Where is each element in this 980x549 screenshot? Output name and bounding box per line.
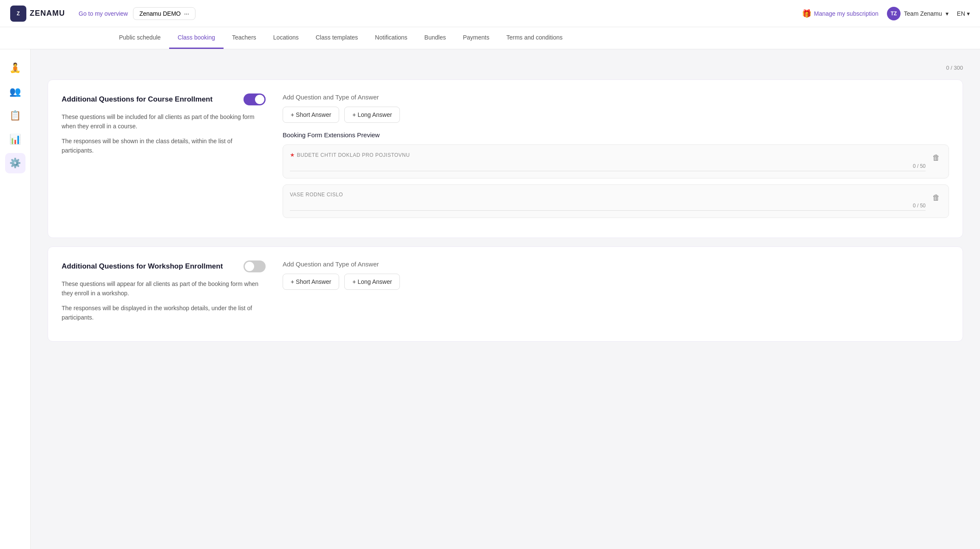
main-content: 0 / 300 Additional Questions for Course … (31, 54, 980, 549)
field-2-delete-btn[interactable]: 🗑 (931, 192, 942, 204)
course-preview-label: Booking Form Extensions Preview (283, 131, 949, 139)
nav-tab-locations[interactable]: Locations (265, 27, 307, 49)
sidebar: 📅🧘👥📋📊⚙️ (0, 27, 31, 549)
field-1-counter: 0 / 50 (913, 163, 926, 169)
more-icon: ··· (184, 10, 189, 17)
subscription-link[interactable]: 🎁 Manage my subscription (802, 9, 878, 18)
workshop-toggle[interactable] (244, 260, 266, 272)
nav-tab-notifications[interactable]: Notifications (366, 27, 416, 49)
workshop-section-left: Additional Questions for Workshop Enroll… (62, 260, 266, 328)
sidebar-item-analytics[interactable]: 📊 (5, 129, 25, 150)
course-toggle-slider[interactable] (244, 93, 266, 105)
course-short-answer-btn[interactable]: + Short Answer (283, 107, 339, 123)
course-toggle[interactable] (244, 93, 266, 105)
course-desc-1: These questions will be included for all… (62, 112, 266, 131)
field-1-required: ★ (290, 152, 295, 158)
course-section-left: Additional Questions for Course Enrollme… (62, 93, 266, 224)
workshop-title-row: Additional Questions for Workshop Enroll… (62, 260, 266, 272)
user-menu[interactable]: TZ Team Zenamu ▾ (887, 7, 948, 20)
preview-field-1: ★ BUDETE CHTIT DOKLAD PRO POJISTOVNU 0 /… (283, 144, 949, 178)
preview-field-2: VASE RODNE CISLO 0 / 50 🗑 (283, 184, 949, 218)
nav-tab-class-templates[interactable]: Class templates (307, 27, 367, 49)
workshop-desc-1: These questions will appear for all clie… (62, 279, 266, 298)
sidebar-item-team[interactable]: 👥 (5, 82, 25, 102)
sidebar-item-clients[interactable]: 🧘 (5, 58, 25, 78)
avatar: TZ (887, 7, 901, 20)
counter-text: 0 / 300 (48, 65, 963, 71)
field-1-label: ★ BUDETE CHTIT DOKLAD PRO POJISTOVNU (290, 152, 926, 158)
workshop-toggle-slider[interactable] (244, 260, 266, 272)
workshop-add-btns: + Short Answer + Long Answer (283, 274, 949, 290)
field-2-counter: 0 / 50 (913, 203, 926, 209)
nav-tab-bundles[interactable]: Bundles (416, 27, 455, 49)
field-1-input: 0 / 50 (290, 161, 926, 171)
course-long-answer-btn[interactable]: + Long Answer (344, 107, 400, 123)
workshop-section-right: Add Question and Type of Answer + Short … (283, 260, 949, 328)
field-1-delete-btn[interactable]: 🗑 (931, 152, 942, 164)
course-add-question-label: Add Question and Type of Answer (283, 93, 949, 101)
nav-tab-payments[interactable]: Payments (454, 27, 498, 49)
course-section-right: Add Question and Type of Answer + Short … (283, 93, 949, 224)
nav-tab-terms-and-conditions[interactable]: Terms and conditions (498, 27, 571, 49)
workshop-short-answer-btn[interactable]: + Short Answer (283, 274, 339, 290)
logo-text: ZENAMU (30, 9, 65, 18)
sidebar-item-settings[interactable]: ⚙️ (5, 153, 25, 173)
nav-tab-public-schedule[interactable]: Public schedule (110, 27, 169, 49)
demo-button[interactable]: Zenamu DEMO ··· (133, 7, 195, 20)
preview-field-1-inner: ★ BUDETE CHTIT DOKLAD PRO POJISTOVNU 0 /… (290, 152, 926, 171)
field-2-input: 0 / 50 (290, 201, 926, 211)
course-section-title: Additional Questions for Course Enrollme… (62, 95, 212, 104)
workshop-desc-2: The responses will be displayed in the w… (62, 303, 266, 323)
workshop-add-question-label: Add Question and Type of Answer (283, 260, 949, 268)
course-toggle-knob (255, 95, 264, 104)
course-section: Additional Questions for Course Enrollme… (48, 79, 963, 238)
workshop-section-title: Additional Questions for Workshop Enroll… (62, 262, 223, 271)
topbar: Z ZENAMU Go to my overview Zenamu DEMO ·… (0, 0, 980, 27)
workshop-long-answer-btn[interactable]: + Long Answer (344, 274, 400, 290)
logo-icon: Z (10, 6, 26, 22)
sidebar-item-reports[interactable]: 📋 (5, 105, 25, 126)
nav-tab-class-booking[interactable]: Class booking (169, 27, 224, 49)
nav-tab-teachers[interactable]: Teachers (224, 27, 265, 49)
topbar-left: Z ZENAMU Go to my overview Zenamu DEMO ·… (10, 6, 802, 22)
overview-link[interactable]: Go to my overview (79, 10, 128, 17)
course-title-row: Additional Questions for Course Enrollme… (62, 93, 266, 105)
logo: Z ZENAMU (10, 6, 65, 22)
course-add-btns: + Short Answer + Long Answer (283, 107, 949, 123)
chevron-down-icon: ▾ (946, 10, 949, 17)
chevron-down-icon: ▾ (967, 10, 970, 17)
course-desc-2: The responses will be shown in the class… (62, 136, 266, 156)
workshop-section: Additional Questions for Workshop Enroll… (48, 246, 963, 342)
preview-field-2-inner: VASE RODNE CISLO 0 / 50 (290, 192, 926, 211)
workshop-toggle-knob (245, 262, 254, 271)
nav-tabs: Public scheduleClass bookingTeachersLoca… (0, 27, 980, 49)
language-selector[interactable]: EN ▾ (957, 10, 970, 17)
field-2-label: VASE RODNE CISLO (290, 192, 926, 198)
gift-icon: 🎁 (802, 9, 811, 18)
topbar-right: 🎁 Manage my subscription TZ Team Zenamu … (802, 7, 970, 20)
